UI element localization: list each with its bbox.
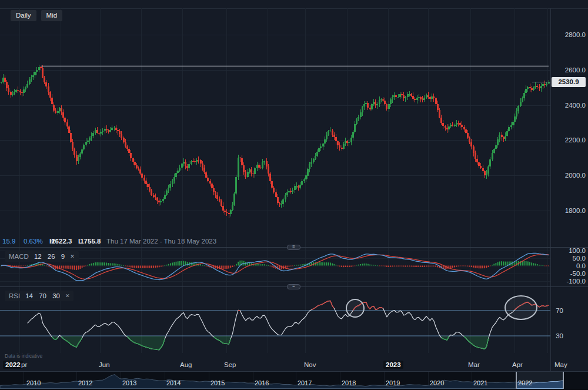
price-tick: 2000.0: [565, 172, 586, 179]
macd-close-icon[interactable]: ✕: [70, 254, 75, 259]
navigator-year-label: 2010: [26, 379, 41, 386]
price-tick: 2600.0: [565, 66, 586, 74]
macd-tick: 100.0: [569, 247, 586, 254]
navigator-year-label: 2013: [122, 379, 136, 386]
macd-tick: -100.0: [566, 278, 586, 285]
trading-terminal: Daily Mid 2530.9 2800.02600.02400.02200.…: [0, 0, 588, 390]
last-price-label: 2530.9: [552, 77, 586, 87]
timeframe-daily-button[interactable]: Daily: [11, 10, 36, 21]
macd-name: MACD: [9, 253, 29, 260]
date-label: 2022: [3, 361, 23, 369]
rsi-annotation-circle: [346, 299, 364, 317]
navigator-handle-right[interactable]: [563, 372, 564, 389]
price-chart-canvas[interactable]: [0, 8, 550, 239]
change-value: 15.9: [2, 238, 15, 245]
navigator-year-label: 2019: [386, 379, 400, 386]
price-tick: 1800.0: [565, 207, 586, 214]
date-label: 2023: [383, 361, 403, 369]
navigator-year-label: 2016: [255, 379, 269, 386]
price-tick: 2800.0: [565, 31, 586, 38]
price-mode-mid-button[interactable]: Mid: [41, 10, 63, 21]
change-percent: 0.63%: [24, 238, 43, 245]
date-label: pr: [21, 361, 27, 368]
macd-tick: -50.0: [570, 270, 586, 277]
rsi-lower-tick: 30: [556, 332, 563, 339]
low-label: L 1755.8: [78, 238, 80, 245]
navigator-handle-left[interactable]: [516, 372, 517, 389]
macd-legend: MACD 12 26 9 ✕: [5, 251, 79, 262]
timeline-navigator[interactable]: 2010201220132014201520162017201820192020…: [0, 371, 588, 388]
macd-tick: 50.0: [573, 255, 586, 262]
rsi-close-icon[interactable]: ✕: [65, 293, 70, 299]
navigator-year-label: 2018: [342, 379, 356, 386]
price-tick: 2400.0: [565, 102, 586, 109]
rsi-params: 14 70 30: [25, 292, 60, 299]
data-indicative-note: Data is indicative: [5, 353, 42, 359]
price-tick: 2200.0: [565, 136, 586, 144]
date-axis[interactable]: 2022prJunAugSepNov2023MarAprMay: [0, 359, 588, 371]
rsi-chart-canvas[interactable]: [0, 287, 550, 353]
rsi-resize-handle[interactable]: ≡: [287, 284, 300, 289]
date-label: Apr: [512, 361, 523, 368]
high-label: H 2622.3: [49, 238, 51, 245]
navigator-year-label: 2015: [211, 379, 225, 386]
date-label: May: [554, 361, 567, 368]
navigator-year-label: 2020: [430, 379, 444, 386]
macd-resize-handle[interactable]: ≡: [287, 245, 300, 250]
date-range-label: Thu 17 Mar 2022 - Thu 18 May 2023: [106, 238, 216, 245]
date-label: Sep: [224, 361, 236, 368]
date-label: Aug: [180, 361, 192, 368]
navigator-year-label: 2012: [78, 379, 92, 386]
date-label: Mar: [468, 361, 480, 368]
navigator-year-label: 2022: [518, 379, 532, 386]
timeframe-toolbar: Daily Mid: [11, 10, 62, 21]
date-label: Jun: [99, 361, 110, 368]
macd-chart-canvas[interactable]: [0, 248, 550, 286]
macd-params: 12 26 9: [34, 253, 65, 260]
rsi-name: RSI: [9, 292, 20, 299]
rsi-annotation-circle: [505, 296, 537, 319]
status-bar: 15.9 0.63% H 2622.3 L 1755.8 Thu 17 Mar …: [0, 238, 550, 247]
navigator-year-label: 2014: [166, 379, 181, 386]
navigator-year-label: 2017: [298, 379, 312, 386]
rsi-upper-tick: 70: [556, 307, 563, 314]
price-axis[interactable]: 2530.9 2800.02600.02400.02200.02000.0180…: [551, 8, 588, 247]
date-label: Nov: [304, 361, 316, 368]
navigator-dim-right: [563, 372, 588, 389]
rsi-legend: RSI 14 70 30 ✕: [5, 291, 74, 301]
macd-tick: 0.0: [576, 262, 586, 269]
navigator-year-label: 2021: [473, 379, 487, 386]
